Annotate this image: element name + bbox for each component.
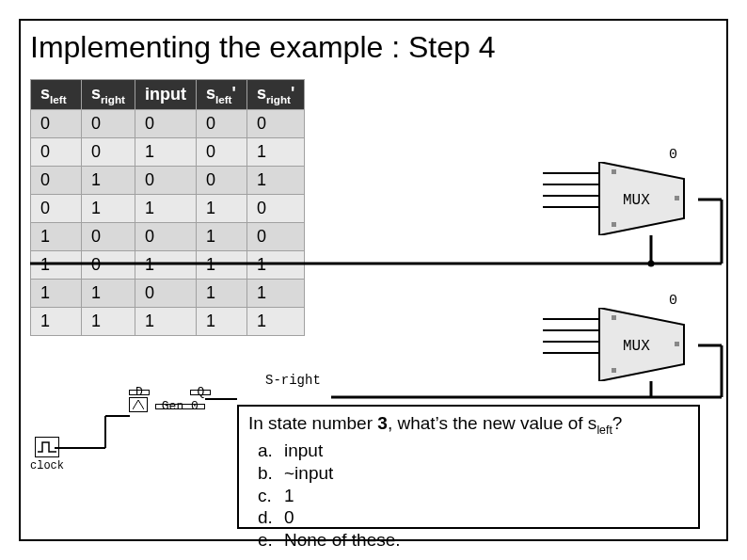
table-cell: 1 (196, 279, 246, 307)
option-text: None of these. (284, 529, 401, 552)
answer-option: c.1 (258, 485, 689, 507)
mux-bottom: 0 MUX (595, 308, 698, 381)
table-row: 11011 (31, 279, 305, 307)
table-cell: 0 (135, 279, 196, 307)
option-letter: b. (258, 462, 284, 485)
col-sright: sright (82, 80, 135, 110)
table-cell: 1 (82, 279, 135, 307)
question-box: In state number 3, what’s the new value … (237, 405, 700, 529)
clock-wave-icon (35, 437, 59, 457)
table-cell: 0 (31, 166, 82, 194)
table-cell: 0 (82, 222, 135, 250)
table-cell: 1 (196, 194, 246, 222)
table-cell: 1 (135, 137, 196, 166)
question-stem: In state number 3, what’s the new value … (248, 413, 622, 433)
col-sleft-prime: sleft' (196, 80, 246, 110)
gen0-label: Gen 0 (155, 404, 205, 409)
s-right-label: S-right (265, 373, 321, 388)
option-letter: a. (258, 440, 284, 462)
table-cell: 0 (246, 222, 304, 250)
table-row: 00000 (31, 109, 305, 137)
page-title: Implementing the example : Step 4 (30, 30, 496, 65)
table-cell: 0 (246, 194, 304, 222)
table-cell: 0 (82, 137, 135, 166)
option-letter: e. (258, 529, 284, 552)
table-cell: 0 (82, 109, 135, 137)
table-cell: 0 (31, 137, 82, 166)
table-cell: 0 (196, 166, 246, 194)
truth-table: sleft sright input sleft' sright' 000000… (30, 79, 305, 336)
table-row: 10010 (31, 222, 305, 250)
option-text: input (284, 440, 323, 462)
flipflop-block: D Q Gen 0 (129, 390, 211, 412)
table-cell: 1 (196, 307, 246, 335)
table-cell: 1 (31, 279, 82, 307)
background-text-fragment: he next each tate? ? (324, 195, 398, 280)
table-cell: 1 (82, 166, 135, 194)
d-port: D (129, 390, 150, 395)
option-text: 1 (284, 485, 294, 507)
table-cell: 1 (196, 222, 246, 250)
table-cell: 0 (135, 166, 196, 194)
clock-label: clock (30, 459, 64, 472)
svg-rect-22 (612, 169, 616, 174)
answer-option: a.input (258, 440, 689, 462)
mux-index-label: 0 (669, 293, 677, 309)
table-row: 11111 (31, 307, 305, 335)
option-text: ~input (284, 462, 333, 485)
table-cell: 1 (135, 194, 196, 222)
table-cell: 1 (246, 137, 304, 166)
table-cell: 1 (135, 250, 196, 279)
slide: Implementing the example : Step 4 sleft … (19, 19, 728, 541)
table-cell: 1 (246, 279, 304, 307)
table-cell: 0 (196, 109, 246, 137)
table-cell: 1 (135, 307, 196, 335)
table-cell: 1 (31, 250, 82, 279)
clock-source: clock (30, 437, 64, 472)
option-text: 0 (284, 506, 294, 529)
table-cell: 1 (246, 307, 304, 335)
table-row: 10111 (31, 250, 305, 279)
answer-option: d.0 (258, 506, 689, 529)
table-cell: 0 (246, 109, 304, 137)
table-cell: 1 (246, 166, 304, 194)
svg-point-12 (648, 261, 655, 267)
mux-label: MUX (623, 338, 650, 355)
svg-rect-27 (612, 368, 616, 373)
table-cell: 0 (31, 194, 82, 222)
table-cell: 1 (82, 307, 135, 335)
table-cell: 1 (82, 194, 135, 222)
table-cell: 0 (135, 109, 196, 137)
mux-index-label: 0 (669, 147, 677, 163)
svg-rect-28 (675, 342, 679, 346)
answer-option: b.~input (258, 462, 689, 485)
col-sright-prime: sright' (246, 80, 304, 110)
table-row: 00101 (31, 137, 305, 166)
table-header-row: sleft sright input sleft' sright' (31, 80, 305, 110)
clk-tri-icon (129, 397, 148, 412)
q-port: Q (190, 390, 211, 395)
col-input: input (135, 80, 196, 110)
mux-top: 0 MUX (595, 162, 698, 235)
col-sleft: sleft (31, 80, 82, 110)
table-cell: 0 (82, 250, 135, 279)
svg-rect-23 (612, 222, 616, 227)
table-cell: 1 (246, 250, 304, 279)
svg-rect-26 (612, 315, 616, 320)
answer-option: e.None of these. (258, 529, 689, 552)
mux-label: MUX (623, 192, 650, 209)
option-letter: d. (258, 506, 284, 529)
table-cell: 0 (135, 222, 196, 250)
table-row: 01001 (31, 166, 305, 194)
table-cell: 0 (31, 109, 82, 137)
svg-rect-24 (675, 196, 679, 200)
table-cell: 1 (196, 250, 246, 279)
table-cell: 1 (31, 222, 82, 250)
option-letter: c. (258, 485, 284, 507)
table-row: 01110 (31, 194, 305, 222)
table-cell: 1 (31, 307, 82, 335)
table-cell: 0 (196, 137, 246, 166)
